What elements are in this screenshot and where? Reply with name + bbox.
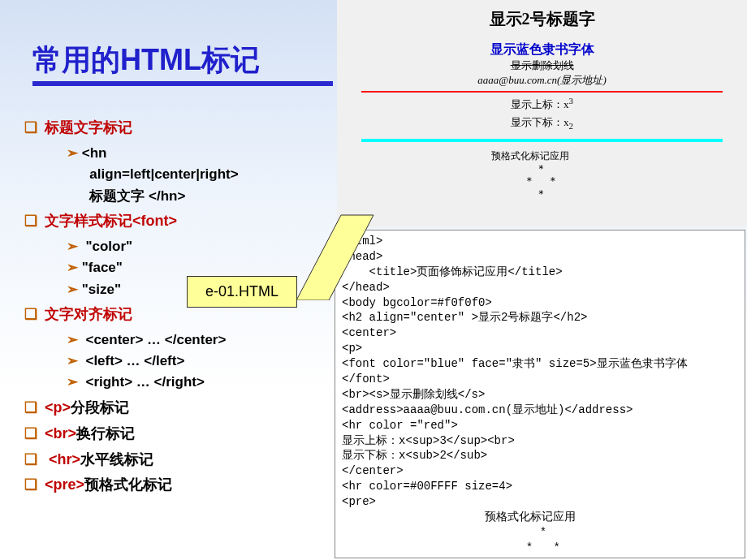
outline-sub-left: <left> … </left> [67,351,333,372]
outline-sub-center: <center> … </center> [67,330,333,351]
callout-arrow-icon [296,211,378,300]
outline-sub-hn: <hn align=left|center|right> 标题文字 </hn> [67,143,333,207]
outline-sub-right: <right> … </right> [67,372,333,393]
outline-item-font: 文字样式标记<font> [24,210,333,233]
preview-hr-cyan [361,139,723,142]
title-underline [32,81,333,86]
source-code-box: <html> <head> <title>页面修饰标记应用</title> </… [335,230,745,558]
preview-sup: 显示上标：x3 [337,96,747,112]
outline-item-br: <br>换行标记 [24,423,333,446]
outline-sub-color: "color" [67,236,333,257]
preview-h2: 显示2号标题字 [337,8,747,30]
rendered-preview: 显示2号标题字 显示蓝色隶书字体 显示删除划线 aaaa@buu.com.cn(… [337,0,747,227]
preview-hr-red [361,91,723,93]
preview-strike: 显示删除划线 [337,58,747,73]
svg-marker-0 [296,215,374,300]
slide-title: 常用的HTML标记 [32,41,260,80]
outline-item-heading: 标题文字标记 [24,117,333,140]
outline-item-pre: <pre>预格式化标记 [24,474,333,497]
preview-bluefont: 显示蓝色隶书字体 [337,41,747,58]
outline-item-p: <p>分段标记 [24,397,333,420]
callout: e-01.HTML [187,276,297,308]
callout-label: e-01.HTML [187,276,297,308]
preview-sub: 显示下标：x2 [337,115,747,131]
outline-item-hr: <hr>水平线标记 [24,449,333,472]
preview-address: aaaa@buu.com.cn(显示地址) [337,73,747,88]
preview-pre: 预格式化标记应用 * * * * [491,150,747,200]
